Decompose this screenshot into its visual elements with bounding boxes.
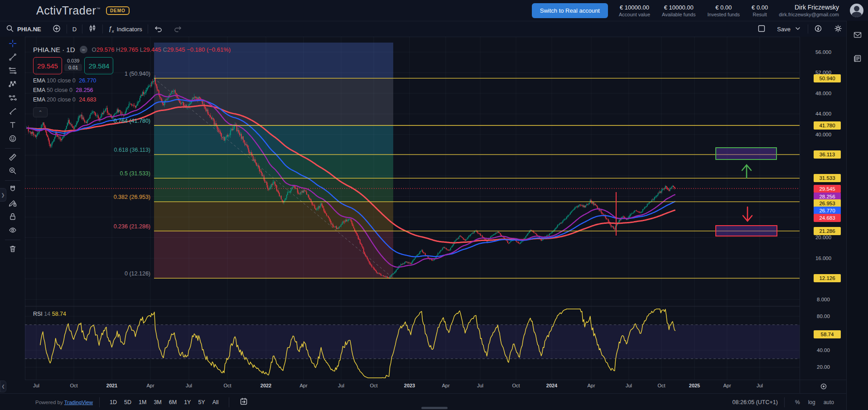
range-1y-button[interactable]: 1Y xyxy=(180,397,194,407)
compare-add-button[interactable] xyxy=(47,21,67,37)
range-1m-button[interactable]: 1M xyxy=(135,397,150,407)
news-button[interactable] xyxy=(847,50,868,68)
price-target-rect-upper[interactable] xyxy=(716,148,776,159)
price-badge: 50.940 xyxy=(814,74,841,82)
price-axis-label: 40.000 xyxy=(800,132,847,137)
save-button[interactable]: Save xyxy=(772,21,808,37)
price-axis-label: 20.000 xyxy=(800,235,847,240)
chart-area[interactable]: 1 (50.940)0.764 (41.780)0.618 (36.113)0.… xyxy=(25,37,800,380)
trend-line-tool[interactable] xyxy=(5,51,20,64)
time-axis-label: Apr xyxy=(587,383,595,388)
time-axis-label: Apr xyxy=(723,383,731,388)
trash-icon xyxy=(8,244,17,255)
price-axis[interactable]: 56.00052.00048.00044.00040.00020.00016.0… xyxy=(800,37,847,380)
emoji-tool[interactable] xyxy=(5,133,20,145)
range-6m-button[interactable]: 6M xyxy=(165,397,180,407)
fib-retracement-tool[interactable] xyxy=(5,65,20,77)
toolbar-collapse-tab[interactable]: ❯ xyxy=(0,188,6,202)
brush-tool[interactable] xyxy=(5,106,20,118)
price-badge: 36.113 xyxy=(814,150,841,159)
switch-to-real-account-button[interactable]: Switch to Real account xyxy=(532,3,608,18)
drawing-unlock-tool[interactable] xyxy=(5,197,20,210)
redo-button[interactable] xyxy=(168,21,188,37)
indicators-button[interactable]: ƒx Indicators xyxy=(103,21,148,37)
range-5y-button[interactable]: 5Y xyxy=(194,397,208,407)
legend-collapse-button[interactable]: ⌃ xyxy=(33,107,48,117)
time-axis[interactable]: JulOct2021AprJulOct2022AprJulOct2023AprJ… xyxy=(25,380,800,394)
stat-value: € 10000.00 xyxy=(619,4,650,11)
rsi-legend[interactable]: RSI 14 58.74 xyxy=(33,311,66,317)
ruler-icon xyxy=(8,153,17,163)
chart-style-button[interactable] xyxy=(82,21,102,37)
fib-level-label: 0.618 (36.113) xyxy=(114,147,150,153)
interval-button[interactable]: D xyxy=(67,21,82,37)
mail-button[interactable] xyxy=(847,26,868,44)
trash-tool[interactable] xyxy=(5,243,20,256)
price-axis-label: 44.000 xyxy=(800,111,847,116)
text-tool[interactable] xyxy=(5,119,20,132)
time-axis-label: Apr xyxy=(442,383,449,388)
price-axis-label: 8.000 xyxy=(800,297,847,302)
undo-icon xyxy=(154,24,163,34)
avatar[interactable] xyxy=(850,4,863,17)
stat-label: Account value xyxy=(619,12,650,17)
trend-line-icon xyxy=(8,53,17,63)
rsi-name: RSI xyxy=(33,311,43,317)
price-chart-svg[interactable]: 1 (50.940)0.764 (41.780)0.618 (36.113)0.… xyxy=(25,37,800,380)
settings-button[interactable] xyxy=(828,21,848,37)
top-header: ActivTrader™ DEMO Switch to Real account… xyxy=(0,0,868,21)
price-axis-label: 40.00 xyxy=(800,347,847,353)
stat-label: Available funds xyxy=(662,12,695,17)
search-icon xyxy=(5,24,14,34)
crosshair-tool[interactable] xyxy=(5,38,20,50)
range-1d-button[interactable]: 1D xyxy=(106,397,121,407)
zoom-in-tool[interactable] xyxy=(5,165,20,178)
time-axis-label: 2022 xyxy=(260,383,271,388)
layout-select-button[interactable] xyxy=(752,21,772,37)
news-icon xyxy=(853,54,862,64)
time-axis-label: Jul xyxy=(757,383,763,388)
crosshair-icon xyxy=(8,39,17,49)
chart-toolbar: PHIA.NE D ƒx Indicators Save xyxy=(0,21,868,37)
panel-handle[interactable] xyxy=(421,407,448,409)
forecast-tool[interactable] xyxy=(5,92,20,105)
range-5d-button[interactable]: 5D xyxy=(121,397,135,407)
tradingview-link[interactable]: TradingView xyxy=(64,400,93,405)
lock-tool[interactable] xyxy=(5,211,20,223)
axis-gear-icon xyxy=(819,382,828,392)
price-axis-label: 48.000 xyxy=(800,91,847,96)
lock-icon xyxy=(8,212,17,222)
drawing-unlock-icon xyxy=(8,198,17,209)
price-badge: 31.533 xyxy=(814,174,841,182)
magnet-tool[interactable] xyxy=(5,183,20,196)
undo-button[interactable] xyxy=(148,21,168,37)
eye-tool[interactable] xyxy=(5,224,20,237)
scroll-left-tab[interactable]: ❮ xyxy=(0,381,6,392)
symbol-search[interactable]: PHIA.NE xyxy=(0,21,47,37)
quick-actions-button[interactable] xyxy=(808,21,828,37)
go-to-date-button[interactable] xyxy=(236,395,252,409)
percent-scale-button[interactable]: % xyxy=(791,399,804,405)
clock[interactable]: 08:26:05 (UTC+1) xyxy=(733,399,778,405)
layout-icon xyxy=(757,24,766,34)
price-badge: 24.683 xyxy=(814,214,841,222)
price-axis-label: 20.00 xyxy=(800,364,847,370)
plus-circle-icon xyxy=(52,24,61,34)
symbol-label: PHIA.NE xyxy=(17,26,41,33)
range-3m-button[interactable]: 3M xyxy=(150,397,165,407)
ruler-tool[interactable] xyxy=(5,151,20,164)
auto-scale-button[interactable]: auto xyxy=(820,399,838,405)
axis-settings-corner[interactable] xyxy=(800,380,847,394)
price-target-rect-lower[interactable] xyxy=(716,226,777,236)
price-badge: 12.126 xyxy=(814,274,841,282)
log-scale-button[interactable]: log xyxy=(804,399,820,405)
price-axis-label: 56.000 xyxy=(800,49,847,55)
eye-icon xyxy=(8,226,17,236)
time-axis-label: Jul xyxy=(477,383,483,388)
range-all-button[interactable]: All xyxy=(209,397,222,407)
candles-icon xyxy=(88,24,97,34)
fib-retracement-icon xyxy=(8,66,17,77)
xabcd-pattern-tool[interactable] xyxy=(5,78,20,91)
gear-icon xyxy=(834,24,843,34)
fx-icon: ƒx xyxy=(108,25,114,34)
